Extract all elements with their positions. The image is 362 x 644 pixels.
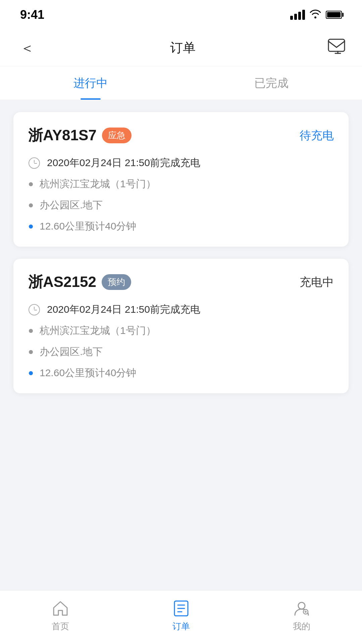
order-card-2[interactable]: 浙AS2152 预约 充电中 2020年02月24日 21:50前完成充电 杭州… xyxy=(13,259,349,393)
nav-home-label: 首页 xyxy=(52,621,69,632)
location1-text-2: 杭州滨江宝龙城（1号门） xyxy=(40,324,156,338)
clock-icon-1 xyxy=(28,157,40,169)
tabs-container: 进行中 已完成 xyxy=(0,66,362,100)
badge-emergency-1: 应急 xyxy=(102,128,132,143)
location2-row-2: 办公园区.地下 xyxy=(28,345,334,359)
tab-completed[interactable]: 已完成 xyxy=(181,66,362,100)
bullet-gray-3 xyxy=(29,329,33,333)
clock-icon-2 xyxy=(28,304,40,316)
distance-text-1: 12.60公里预计40分钟 xyxy=(40,219,136,233)
location2-text-1: 办公园区.地下 xyxy=(40,198,103,212)
location2-text-2: 办公园区.地下 xyxy=(40,345,103,359)
bullet-gray-2 xyxy=(29,203,33,207)
wifi-icon xyxy=(310,9,321,21)
bottom-nav: 首页 订单 我的 xyxy=(0,590,362,644)
distance-text-2: 12.60公里预计40分钟 xyxy=(40,366,136,380)
status-icons xyxy=(290,9,342,21)
home-icon xyxy=(51,599,70,618)
nav-orders-label: 订单 xyxy=(172,621,190,632)
nav-home[interactable]: 首页 xyxy=(0,599,121,636)
tab-ongoing[interactable]: 进行中 xyxy=(0,66,181,100)
bullet-gray-4 xyxy=(29,350,33,354)
signal-icon xyxy=(290,10,305,20)
car-number-2: 浙AS2152 xyxy=(28,272,96,292)
card-header-2: 浙AS2152 预约 充电中 xyxy=(28,272,334,292)
bullet-blue-1 xyxy=(29,225,33,229)
profile-icon xyxy=(292,599,311,618)
status-pending-1: 待充电 xyxy=(300,128,334,143)
car-info-1: 浙AY81S7 应急 xyxy=(28,126,132,145)
datetime-row-2: 2020年02月24日 21:50前完成充电 xyxy=(28,303,334,316)
car-info-2: 浙AS2152 预约 xyxy=(28,272,131,292)
card-header-1: 浙AY81S7 应急 待充电 xyxy=(28,126,334,145)
status-bar: 9:41 xyxy=(0,0,362,30)
distance-row-2: 12.60公里预计40分钟 xyxy=(28,366,334,380)
bullet-blue-2 xyxy=(29,371,33,375)
status-charging-2: 充电中 xyxy=(300,275,334,290)
order-card-1[interactable]: 浙AY81S7 应急 待充电 2020年02月24日 21:50前完成充电 杭州… xyxy=(13,112,349,247)
nav-profile[interactable]: 我的 xyxy=(241,599,362,636)
bullet-gray-1 xyxy=(29,182,33,186)
datetime-text-2: 2020年02月24日 21:50前完成充电 xyxy=(47,303,200,316)
battery-icon xyxy=(326,11,342,19)
orders-content: 浙AY81S7 应急 待充电 2020年02月24日 21:50前完成充电 杭州… xyxy=(0,100,362,405)
location1-row-2: 杭州滨江宝龙城（1号门） xyxy=(28,324,334,338)
svg-point-7 xyxy=(298,602,305,609)
back-button[interactable]: ＜ xyxy=(17,35,38,61)
message-icon[interactable] xyxy=(328,39,345,57)
page-title: 订单 xyxy=(170,39,196,56)
order-details-2: 2020年02月24日 21:50前完成充电 杭州滨江宝龙城（1号门） 办公园区… xyxy=(28,303,334,380)
nav-profile-label: 我的 xyxy=(293,621,310,632)
header: ＜ 订单 xyxy=(0,30,362,66)
distance-row-1: 12.60公里预计40分钟 xyxy=(28,219,334,233)
order-details-1: 2020年02月24日 21:50前完成充电 杭州滨江宝龙城（1号门） 办公园区… xyxy=(28,156,334,233)
location1-row-1: 杭州滨江宝龙城（1号门） xyxy=(28,177,334,191)
badge-reservation-2: 预约 xyxy=(102,274,131,290)
svg-rect-0 xyxy=(328,39,345,51)
nav-orders[interactable]: 订单 xyxy=(121,599,242,636)
datetime-row-1: 2020年02月24日 21:50前完成充电 xyxy=(28,156,334,170)
status-time: 9:41 xyxy=(20,8,44,22)
car-number-1: 浙AY81S7 xyxy=(28,126,97,145)
location1-text-1: 杭州滨江宝龙城（1号门） xyxy=(40,177,156,191)
datetime-text-1: 2020年02月24日 21:50前完成充电 xyxy=(47,156,200,170)
orders-icon xyxy=(172,599,191,618)
location2-row-1: 办公园区.地下 xyxy=(28,198,334,212)
